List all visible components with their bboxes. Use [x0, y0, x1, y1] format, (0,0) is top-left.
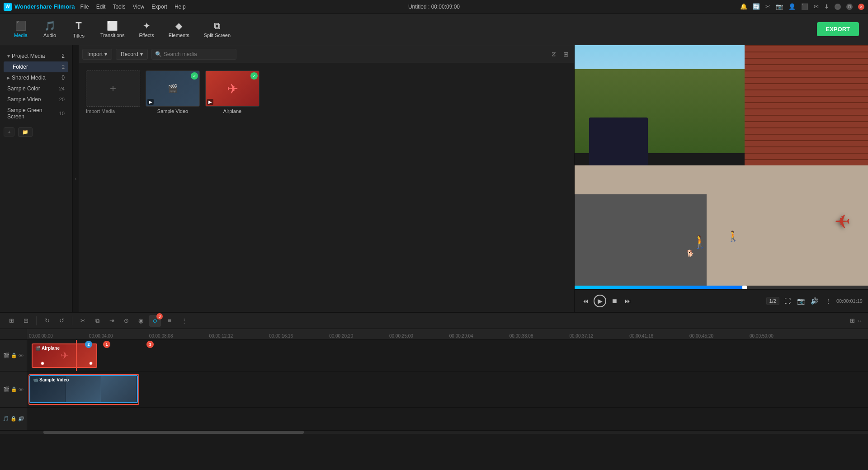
titlebar-icon-3[interactable]: ✂ — [765, 3, 770, 10]
grid-icon[interactable]: ⊞ — [561, 50, 571, 59]
timeline-audio-btn[interactable]: ≡ — [164, 315, 175, 327]
export-button[interactable]: EXPORT — [817, 22, 859, 36]
airplane-thumb[interactable]: ✈ ✓ ▶ — [205, 70, 259, 107]
airplane-check-badge: ✓ — [250, 72, 258, 80]
sidebar-collapse-handle[interactable]: ‹ — [72, 45, 79, 312]
preview-volume-btn[interactable]: 🔊 — [809, 296, 820, 306]
menu-edit[interactable]: Edit — [96, 4, 106, 10]
track-2-eye-icon[interactable]: 👁 — [19, 387, 24, 392]
sidebar-project-media-count: 2 — [61, 53, 65, 59]
snap-icon[interactable]: ⊞ — [850, 317, 855, 324]
preview-stop-btn[interactable]: ⏹ — [609, 296, 620, 306]
sample-video-thumb[interactable]: 🎬 ✓ ▶ — [146, 70, 200, 107]
preview-play-btn[interactable]: ▶ — [594, 295, 606, 307]
import-media-thumb[interactable]: + — [86, 70, 140, 107]
sidebar-item-sample-green[interactable]: Sample Green Screen 10 — [4, 105, 68, 122]
preview-more-btn[interactable]: ⋮ — [823, 296, 834, 306]
timeline-more-btn[interactable]: ⋮ — [178, 315, 190, 327]
sidebar-group-project-media[interactable]: ▾ Project Media 2 — [4, 51, 68, 61]
track-1-eye-icon[interactable]: 👁 — [19, 353, 24, 358]
snap-toggle[interactable]: ↔ — [857, 317, 863, 324]
airplane-overlay: ✈ — [835, 211, 850, 233]
menu-tools[interactable]: Tools — [113, 4, 125, 10]
titlebar-icon-7[interactable]: ✉ — [814, 3, 819, 10]
window-maximize[interactable]: □ — [846, 4, 853, 10]
keyframe-dot-1 — [41, 362, 44, 365]
menu-file[interactable]: File — [80, 4, 89, 10]
clip-vid-icon: 📹 — [33, 378, 38, 382]
preview-fullscreen-btn[interactable]: ⛶ — [782, 296, 793, 306]
menu-help[interactable]: Help — [175, 4, 186, 10]
media-item-airplane[interactable]: ✈ ✓ ▶ Airplane — [205, 70, 259, 114]
scrollbar-thumb[interactable] — [43, 431, 304, 434]
timeline-clip-video[interactable]: 📹 Sample Video — [29, 375, 138, 403]
media-item-sample-video[interactable]: 🎬 ✓ ▶ Sample Video — [146, 70, 200, 114]
track-1-lock-icon[interactable]: 🔒 — [11, 352, 17, 358]
sidebar-new-folder-btn[interactable]: + — [4, 127, 14, 136]
sidebar-folder-btn[interactable]: 📁 — [18, 127, 33, 137]
search-input[interactable] — [151, 49, 236, 60]
titlebar-icon-2[interactable]: 🔄 — [753, 3, 760, 10]
tool-audio[interactable]: 🎵 Audio — [36, 18, 63, 41]
ruler-mark-9: 00:00:37:12 — [569, 334, 629, 338]
titlebar-icon-8[interactable]: ⬇ — [824, 3, 829, 10]
preview-progress-handle[interactable] — [742, 286, 747, 289]
ruler-mark-2: 00:00:08:08 — [149, 334, 209, 338]
timeline-freeze-btn[interactable]: ◉ — [135, 315, 146, 327]
track-audio-vol-icon[interactable]: 🔊 — [18, 416, 24, 422]
timeline-cut-btn[interactable]: ✂ — [77, 315, 89, 327]
sidebar-item-sample-video[interactable]: Sample Video 20 — [4, 94, 68, 105]
titlebar-icon-4[interactable]: 📷 — [776, 3, 783, 10]
track-audio-icon: 🎵 — [3, 416, 9, 422]
preview-skip-forward-btn[interactable]: ⏭ — [623, 296, 633, 306]
tool-media[interactable]: ⬛ Media — [7, 18, 34, 41]
preview-controls: ⏮ ▶ ⏹ ⏭ 1/2 ⛶ 📷 🔊 ⋮ 00:00:01:19 — [575, 289, 868, 312]
sidebar-item-folder[interactable]: Folder 2 — [4, 61, 68, 72]
tool-transitions[interactable]: ⬜ Transitions — [94, 18, 131, 41]
window-minimize[interactable]: — — [835, 4, 841, 10]
tool-audio-label: Audio — [43, 33, 56, 38]
sidebar-item-shared-media[interactable]: ▸ Shared Media 0 — [4, 72, 68, 83]
titles-icon: T — [75, 20, 81, 32]
timeline-speed-btn[interactable]: ⊙ — [120, 315, 132, 327]
preview-skip-back-btn[interactable]: ⏮ — [580, 296, 591, 306]
marker-badge-1: 1 — [103, 341, 110, 348]
timeline-keyframe-btn[interactable]: ◇ 3 — [149, 315, 161, 327]
titlebar-icon-1[interactable]: 🔔 — [740, 3, 747, 10]
import-media-item[interactable]: + Import Media — [86, 70, 140, 114]
track-audio-lock-icon[interactable]: 🔒 — [10, 416, 17, 422]
timeline-copy-btn[interactable]: ⧉ — [91, 315, 103, 327]
track-2-lock-icon[interactable]: 🔒 — [11, 386, 17, 392]
timeline-horizontal-scrollbar[interactable] — [0, 430, 868, 434]
record-btn[interactable]: Record ▾ — [116, 49, 148, 60]
ruler-mark-5: 00:00:20:20 — [329, 334, 389, 338]
menu-view[interactable]: View — [132, 4, 144, 10]
sidebar-folder-count: 2 — [62, 64, 65, 70]
tool-titles[interactable]: T Titles — [65, 17, 92, 41]
timeline-add-track-btn[interactable]: ⊟ — [20, 315, 32, 327]
filter-icon[interactable]: ⧖ — [550, 49, 558, 59]
preview-quality-selector[interactable]: 1/2 — [766, 297, 779, 305]
timeline-undo-btn[interactable]: ↻ — [41, 315, 53, 327]
titlebar-icon-5[interactable]: 👤 — [788, 3, 796, 10]
window-close[interactable]: ✕ — [858, 4, 864, 10]
timeline-add-media-btn[interactable]: ⊞ — [5, 315, 17, 327]
timeline-area: ⊞ ⊟ ↻ ↺ ✂ ⧉ ⇥ ⊙ ◉ ◇ 3 ≡ ⋮ ⊞ ↔ 00:00:00:0… — [0, 312, 868, 470]
tool-split-screen[interactable]: ⧉ Split Screen — [198, 18, 237, 41]
preview-timeline-bar[interactable] — [575, 286, 868, 289]
tool-effects[interactable]: ✦ Effects — [132, 18, 160, 41]
titlebar-icon-6[interactable]: ⬛ — [801, 3, 808, 10]
sidebar-item-sample-color[interactable]: Sample Color 24 — [4, 83, 68, 94]
sidebar: ▾ Project Media 2 Folder 2 ▸ Shared Medi… — [0, 45, 72, 312]
tool-elements[interactable]: ◆ Elements — [162, 18, 196, 41]
import-btn[interactable]: Import ▾ — [82, 49, 112, 60]
preview-time-display: 00:00:01:19 — [836, 298, 863, 304]
preview-snapshot-btn[interactable]: 📷 — [796, 296, 807, 306]
timeline-crop-btn[interactable]: ⇥ — [106, 315, 118, 327]
sidebar-sample-color-label: Sample Color — [7, 85, 59, 92]
clip-seg-2 — [66, 376, 102, 402]
track-1-icons: 🎬 🔒 👁 — [3, 352, 24, 358]
timeline-redo-btn[interactable]: ↺ — [56, 315, 67, 327]
menu-export[interactable]: Export — [151, 4, 167, 10]
plus-icon: + — [110, 82, 116, 95]
